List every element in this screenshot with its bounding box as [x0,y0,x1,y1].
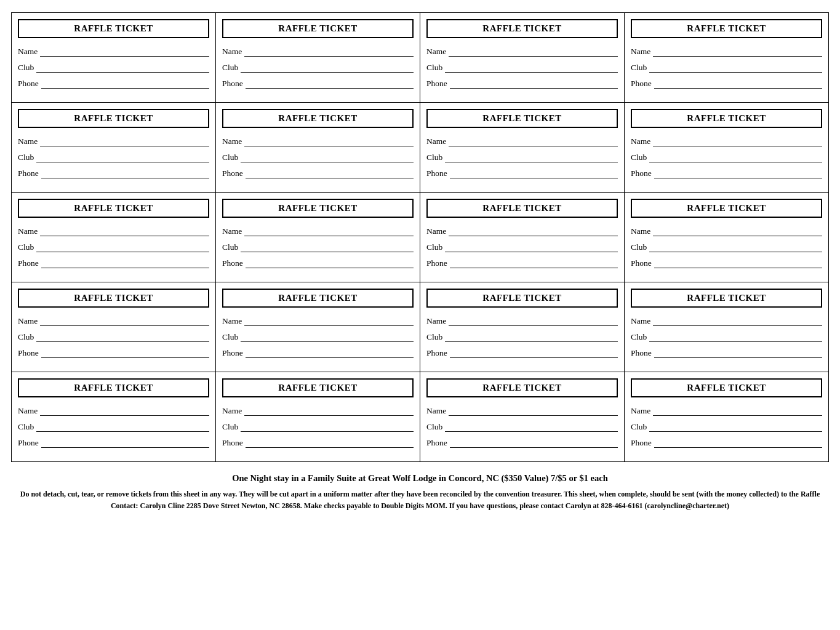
field-label: Club [631,332,647,342]
ticket-field: Phone [222,438,414,448]
ticket-field: Name [222,226,414,236]
field-label: Name [631,47,650,57]
footer-note: Do not detach, cut, tear, or remove tick… [11,488,829,511]
field-label: Club [18,153,34,162]
field-label: Phone [222,258,243,268]
field-line [40,48,209,57]
ticket-field: Phone [631,438,822,448]
ticket-field: Name [18,406,209,416]
ticket: RAFFLE TICKETNameClubPhone [216,103,420,193]
field-label: Club [426,422,442,432]
ticket-field: Club [18,153,209,162]
ticket-field: Name [18,226,209,236]
ticket-field: Phone [222,169,414,178]
field-line [653,317,822,326]
field-line [449,317,618,326]
ticket-field: Name [631,47,822,57]
field-label: Phone [18,79,39,89]
field-line [41,439,209,448]
ticket: RAFFLE TICKETNameClubPhone [12,103,216,193]
ticket-title: RAFFLE TICKET [426,378,618,397]
ticket-field: Name [426,137,618,146]
field-line [450,439,618,448]
field-line [241,333,414,342]
tickets-grid: RAFFLE TICKETNameClubPhoneRAFFLE TICKETN… [11,12,829,462]
ticket-field: Phone [222,258,414,268]
field-line [40,317,209,326]
field-line [654,260,822,268]
ticket-field: Club [426,63,618,73]
ticket-field: Club [18,332,209,342]
field-label: Phone [18,438,39,448]
field-line [36,64,209,73]
field-line [450,349,618,358]
ticket-field: Club [18,422,209,432]
ticket-field: Phone [18,169,209,178]
field-line [241,154,414,162]
ticket-title: RAFFLE TICKET [18,378,209,397]
field-line [445,333,618,342]
field-line [244,48,414,57]
ticket-field: Name [426,226,618,236]
ticket-title: RAFFLE TICKET [426,109,618,128]
field-label: Name [18,137,38,146]
field-label: Phone [18,169,39,178]
ticket-field: Phone [631,169,822,178]
ticket-field: Name [631,316,822,326]
field-line [450,80,618,89]
field-label: Phone [426,258,447,268]
ticket: RAFFLE TICKETNameClubPhone [12,193,216,282]
field-label: Phone [631,348,652,358]
ticket-field: Club [426,153,618,162]
field-line [241,64,414,73]
ticket-field: Name [18,47,209,57]
field-line [449,138,618,146]
ticket-field: Club [631,422,822,432]
ticket-field: Phone [18,348,209,358]
ticket-field: Club [222,422,414,432]
ticket-field: Name [18,137,209,146]
ticket-field: Club [18,63,209,73]
ticket: RAFFLE TICKETNameClubPhone [420,13,625,103]
ticket-field: Name [18,316,209,326]
ticket-field: Phone [18,438,209,448]
field-label: Name [426,316,446,326]
ticket-field: Club [222,332,414,342]
field-label: Phone [18,258,39,268]
field-line [241,423,414,432]
field-line [449,228,618,236]
field-line [244,228,414,236]
field-line [246,170,414,178]
field-line [653,407,822,416]
ticket-field: Name [631,137,822,146]
field-label: Name [426,226,446,236]
field-line [244,407,414,416]
field-label: Club [18,422,34,432]
field-line [654,170,822,178]
field-label: Name [426,137,446,146]
ticket-field: Club [222,153,414,162]
field-label: Club [426,153,442,162]
field-label: Name [631,406,650,416]
field-label: Phone [426,348,447,358]
ticket-title: RAFFLE TICKET [426,289,618,308]
field-label: Club [631,63,647,73]
ticket: RAFFLE TICKETNameClubPhone [216,13,420,103]
ticket-title: RAFFLE TICKET [631,289,822,308]
field-label: Phone [631,169,652,178]
ticket-field: Name [631,226,822,236]
field-label: Name [222,316,242,326]
field-label: Phone [222,348,243,358]
ticket: RAFFLE TICKETNameClubPhone [216,282,420,372]
field-line [36,423,209,432]
field-label: Phone [222,79,243,89]
field-line [445,423,618,432]
field-label: Club [426,242,442,252]
field-line [41,80,209,89]
field-label: Name [18,316,38,326]
ticket: RAFFLE TICKETNameClubPhone [625,282,829,372]
ticket: RAFFLE TICKETNameClubPhone [420,282,625,372]
field-line [654,80,822,89]
ticket-field: Club [631,242,822,252]
field-label: Club [222,242,238,252]
